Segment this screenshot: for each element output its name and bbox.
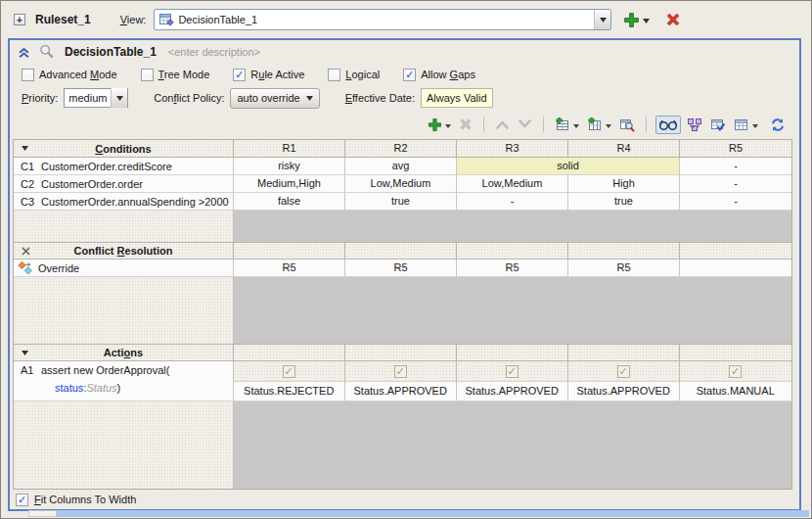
actions-title: Actions (14, 347, 233, 358)
parameter-name-link[interactable]: status (55, 382, 83, 394)
view-combobox[interactable]: DecisionTable_1 (154, 9, 611, 30)
tree-mode-checkbox[interactable]: Tree Mode (141, 69, 210, 81)
priority-combobox[interactable]: medium (64, 88, 128, 108)
action-check-r3[interactable] (457, 361, 568, 382)
delete-ruleset-item-button[interactable] (665, 12, 681, 27)
allow-gaps-checkbox[interactable]: Allow Gaps (403, 69, 475, 81)
section-menu-icon[interactable] (22, 351, 28, 355)
add-ruleset-item-button[interactable] (623, 12, 650, 28)
refresh-button[interactable] (768, 116, 788, 134)
cell-c3-r1[interactable]: false (234, 193, 345, 211)
description-placeholder[interactable]: <enter description> (168, 46, 260, 58)
find-row-button[interactable] (617, 116, 637, 134)
rule-column-header-r4[interactable]: R4 (568, 140, 680, 157)
view-label: View: (120, 14, 147, 25)
rule-active-checkbox[interactable]: Rule Active (233, 69, 304, 81)
conditions-section-header[interactable]: Conditions R1 R2 R3 R4 R5 (14, 140, 791, 158)
condition-label-cell[interactable]: C2 CustomerOrder.order (14, 175, 234, 193)
add-rule-button[interactable] (426, 116, 453, 134)
view-combobox-dropdown-button[interactable] (594, 10, 610, 29)
cell-c3-r5[interactable]: - (680, 193, 791, 211)
cell-c2-r1[interactable]: Medium,High (234, 175, 345, 193)
checkbox-icon[interactable] (394, 365, 407, 378)
fit-columns-checkbox[interactable] (16, 494, 28, 506)
move-down-button[interactable] (516, 118, 534, 131)
action-check-r5[interactable] (680, 361, 791, 382)
advanced-mode-checkbox[interactable]: Advanced Mode (22, 69, 117, 81)
cell-c1-r5[interactable]: - (680, 158, 791, 175)
conflict-policy-dropdown[interactable]: auto override (230, 88, 319, 109)
rule-column-header-r3[interactable]: R3 (457, 140, 568, 157)
override-label-cell[interactable]: Override (14, 260, 234, 277)
cell-c3-r4[interactable]: true (568, 193, 680, 211)
conflict-policy-value: auto override (237, 92, 299, 104)
compact-view-toggle-button[interactable] (655, 116, 681, 134)
action-expression-cell[interactable]: A1 assert new OrderApproval( status:Stat… (14, 361, 234, 401)
cell-c1-r2[interactable]: avg (345, 158, 457, 175)
gap-analysis-button[interactable] (685, 116, 704, 134)
cell-c2-r4[interactable]: High (568, 175, 680, 193)
decision-table-icon (159, 13, 174, 26)
checkbox-icon[interactable] (403, 69, 416, 81)
rule-column-header-r5[interactable]: R5 (680, 140, 791, 157)
section-menu-icon[interactable] (22, 146, 28, 151)
cell-c2-r2[interactable]: Low,Medium (345, 175, 457, 193)
checkbox-icon[interactable] (617, 365, 630, 378)
logical-checkbox[interactable]: Logical (328, 69, 380, 81)
table-options-menu-button[interactable] (732, 116, 760, 134)
effective-date-value: Always Valid (427, 92, 487, 104)
cell-c1-r1[interactable]: risky (234, 158, 345, 175)
override-cell-r2[interactable]: R5 (345, 260, 457, 277)
action-value-r2[interactable]: Status.APPROVED (345, 382, 457, 401)
move-up-button[interactable] (493, 118, 512, 131)
checkbox-icon[interactable] (283, 365, 295, 378)
checkbox-icon[interactable] (328, 69, 340, 81)
ruleset-expand-button[interactable]: + (14, 14, 25, 25)
conflict-resolution-header-cell[interactable]: Conflict Resolution (14, 243, 234, 259)
chevron-down-icon (445, 118, 451, 130)
conflict-resolution-section-header[interactable]: Conflict Resolution (14, 242, 791, 260)
insert-column-menu-button[interactable] (585, 116, 613, 134)
horizontal-scrollbar[interactable] (57, 510, 809, 517)
rule-column-header-r1[interactable]: R1 (234, 140, 345, 157)
override-cell-r4[interactable]: R5 (568, 260, 680, 277)
action-check-r4[interactable] (568, 361, 680, 382)
validate-table-button[interactable] (708, 116, 728, 134)
checkbox-icon[interactable] (233, 69, 246, 81)
cell-c2-r5[interactable]: - (680, 175, 791, 193)
override-cell-r5[interactable] (680, 260, 791, 277)
checkbox-icon[interactable] (22, 69, 34, 81)
cell-c3-r2[interactable]: true (345, 193, 457, 211)
condition-label-cell[interactable]: C1 CustomerOrder.creditScore (14, 158, 234, 175)
conditions-header-cell[interactable]: Conditions (14, 140, 234, 157)
action-value-r5[interactable]: Status.MANUAL (680, 382, 791, 401)
cell-c3-r3[interactable]: - (457, 193, 568, 211)
override-cell-r1[interactable]: R5 (234, 260, 345, 277)
delete-button[interactable] (457, 116, 474, 133)
actions-header-cell[interactable]: Actions (14, 345, 234, 360)
condition-label-cell[interactable]: C3 CustomerOrder.annualSpending >2000 (14, 193, 234, 211)
override-cell-r3[interactable]: R5 (457, 260, 568, 277)
insert-row-menu-button[interactable] (553, 116, 581, 134)
chevron-down-icon[interactable] (643, 14, 650, 25)
action-value-r4[interactable]: Status.APPROVED (568, 382, 680, 401)
zoom-preview-button[interactable] (38, 44, 55, 60)
checkbox-icon[interactable] (141, 69, 154, 81)
checkbox-icon[interactable] (729, 365, 742, 378)
toolbar-separator (483, 117, 484, 132)
priority-dropdown-button[interactable] (111, 88, 127, 108)
action-check-r1[interactable] (234, 361, 345, 382)
effective-date-field[interactable]: Always Valid (421, 88, 493, 108)
actions-header-cell (345, 345, 457, 360)
collapse-section-button[interactable] (18, 46, 30, 59)
action-check-r2[interactable] (345, 361, 457, 382)
action-value-r1[interactable]: Status.REJECTED (234, 382, 345, 401)
close-section-icon[interactable] (22, 247, 30, 256)
cell-c2-r3[interactable]: Low,Medium (457, 175, 568, 193)
actions-header-cell (568, 345, 680, 360)
actions-section-header[interactable]: Actions (14, 344, 791, 361)
cell-c1-r3-r4-merged[interactable]: solid (457, 158, 680, 175)
checkbox-icon[interactable] (506, 365, 519, 378)
rule-column-header-r2[interactable]: R2 (345, 140, 457, 157)
action-value-r3[interactable]: Status.APPROVED (457, 382, 568, 401)
